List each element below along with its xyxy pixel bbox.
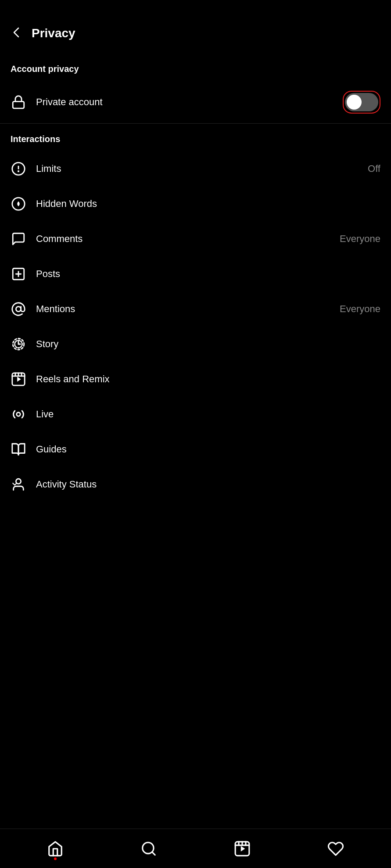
bottom-nav (0, 829, 391, 868)
activity-status-label: Activity Status (36, 479, 97, 490)
reels-left: Reels and Remix (11, 371, 110, 387)
live-label: Live (36, 409, 54, 420)
private-account-toggle-border (343, 91, 380, 114)
private-account-row[interactable]: Private account (0, 81, 391, 123)
nav-home[interactable] (42, 836, 68, 862)
svg-rect-0 (13, 102, 24, 109)
mentions-row[interactable]: Mentions Everyone (0, 292, 391, 327)
story-left: Story (11, 336, 58, 352)
main-content: Account privacy Private account Interact (0, 53, 391, 546)
interactions-label: Interactions (0, 124, 391, 151)
account-privacy-section: Account privacy Private account (0, 53, 391, 123)
private-account-label: Private account (36, 96, 103, 108)
guides-icon (11, 441, 26, 457)
hidden-words-left: Hidden Words (11, 196, 97, 212)
comments-row[interactable]: Comments Everyone (0, 221, 391, 256)
hidden-words-row[interactable]: Hidden Words (0, 186, 391, 221)
mentions-left: Mentions (11, 301, 75, 317)
limits-value: Off (368, 163, 380, 174)
reels-and-remix-label: Reels and Remix (36, 374, 110, 385)
nav-activity[interactable] (323, 836, 349, 862)
limits-row[interactable]: Limits Off (0, 151, 391, 186)
story-icon (11, 336, 26, 352)
limits-icon (11, 161, 26, 177)
hidden-words-icon (11, 196, 26, 212)
posts-label: Posts (36, 268, 60, 280)
reels-icon (11, 371, 26, 387)
comments-left: Comments (11, 231, 83, 247)
activity-left: Activity Status (11, 477, 97, 492)
header: Privacy (0, 0, 391, 53)
hidden-words-label: Hidden Words (36, 198, 97, 210)
story-label: Story (36, 338, 58, 350)
guides-row[interactable]: Guides (0, 432, 391, 467)
activity-status-row[interactable]: Activity Status (0, 467, 391, 502)
page-title: Privacy (32, 26, 75, 40)
private-account-toggle[interactable] (345, 93, 378, 111)
posts-row[interactable]: Posts (0, 256, 391, 292)
svg-marker-24 (241, 846, 245, 851)
back-button[interactable] (11, 26, 23, 40)
live-row[interactable]: Live (0, 397, 391, 432)
mentions-value: Everyone (340, 303, 380, 315)
comments-icon (11, 231, 26, 247)
svg-point-8 (16, 306, 21, 311)
reels-and-remix-row[interactable]: Reels and Remix (0, 362, 391, 397)
svg-marker-14 (17, 377, 21, 381)
live-left: Live (11, 406, 54, 422)
comments-label: Comments (36, 233, 83, 245)
guides-left: Guides (11, 441, 67, 457)
nav-search[interactable] (136, 836, 162, 862)
home-notification-dot (54, 857, 57, 860)
activity-status-icon (11, 477, 26, 492)
toggle-knob (347, 95, 362, 110)
comments-value: Everyone (340, 233, 380, 245)
limits-left: Limits (11, 161, 61, 177)
limits-label: Limits (36, 163, 61, 174)
mentions-icon (11, 301, 26, 317)
account-privacy-label: Account privacy (0, 53, 391, 81)
posts-left: Posts (11, 266, 60, 282)
nav-reels[interactable] (229, 836, 255, 862)
interactions-section: Interactions Limits Off (0, 124, 391, 502)
lock-icon (11, 94, 26, 110)
story-row[interactable]: Story (0, 327, 391, 362)
guides-label: Guides (36, 444, 67, 455)
live-icon (11, 406, 26, 422)
mentions-label: Mentions (36, 303, 75, 315)
svg-point-19 (17, 413, 21, 416)
private-account-left: Private account (11, 94, 103, 110)
svg-line-22 (152, 852, 155, 855)
posts-icon (11, 266, 26, 282)
